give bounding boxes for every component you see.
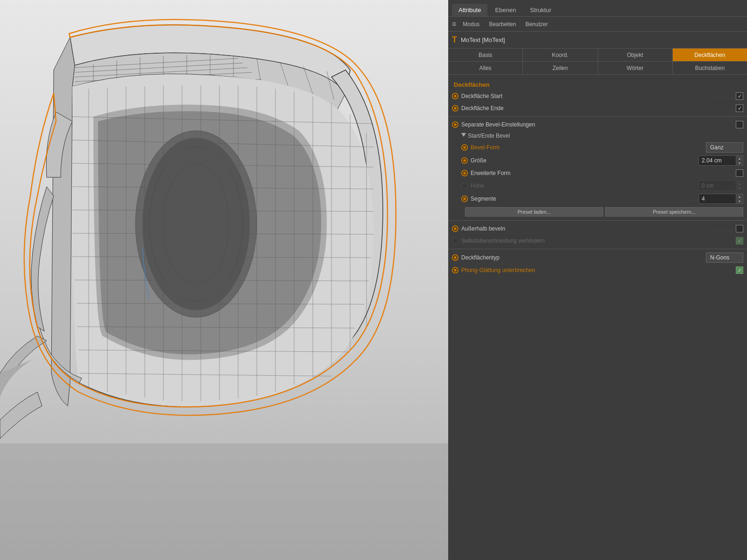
radio-deckflaeche-ende[interactable] bbox=[452, 105, 458, 112]
spinner-hoehe[interactable]: ▲ ▼ bbox=[736, 181, 743, 191]
dots-deckflaechentyp: ............... bbox=[670, 255, 704, 260]
tab-buchstaben[interactable]: Buchstaben bbox=[673, 62, 747, 74]
object-title: T MoText [MoText] bbox=[448, 32, 747, 49]
dots-deckflaeche-start: ........... bbox=[709, 94, 734, 99]
label-phong-glaettung: Phong-Glättung unterbrechen bbox=[461, 267, 726, 273]
preset-speichern-button[interactable]: Preset speichern... bbox=[605, 207, 743, 217]
prop-deckflaeche-ende: Deckfläche Ende ........... bbox=[448, 102, 747, 114]
3d-viewport[interactable] bbox=[0, 0, 448, 560]
spinner-up-groesse[interactable]: ▲ bbox=[736, 156, 743, 161]
tab-struktur[interactable]: Struktur bbox=[523, 4, 558, 16]
preset-laden-button[interactable]: Preset laden... bbox=[465, 207, 603, 217]
dots-segmente: ...... bbox=[683, 196, 697, 202]
radio-groesse[interactable] bbox=[461, 157, 468, 164]
input-groesse[interactable] bbox=[698, 155, 736, 166]
separator-2 bbox=[448, 220, 747, 221]
prop-groesse: Größe .......... ▲ ▼ bbox=[458, 154, 747, 167]
dropdown-deckflaechentyp[interactable]: N-Gons bbox=[706, 252, 743, 263]
tab-koord[interactable]: Koord. bbox=[523, 49, 598, 61]
label-ausserhalb-beveln: Außerhalb beveln bbox=[461, 225, 703, 232]
spinner-segmente[interactable]: ▲ ▼ bbox=[736, 194, 743, 204]
properties-panel: Deckflächen Deckfläche Start ...........… bbox=[448, 75, 747, 560]
radio-deckflaechentyp[interactable] bbox=[452, 254, 458, 261]
label-hoehe: Höhe bbox=[471, 182, 672, 189]
radio-erweiterte-form[interactable] bbox=[461, 170, 468, 176]
bevel-section-header: Start/Ende Bevel bbox=[448, 131, 747, 141]
input-segmente-container: ▲ ▼ bbox=[698, 194, 743, 204]
dots-phong-glaettung: ... bbox=[727, 268, 734, 273]
spinner-up-segmente[interactable]: ▲ bbox=[736, 194, 743, 199]
tab-basis[interactable]: Basis bbox=[448, 49, 523, 61]
dropdown-bevel-form[interactable]: Ganz bbox=[706, 142, 743, 153]
checkbox-deckflaeche-start[interactable] bbox=[736, 92, 743, 100]
input-segmente[interactable] bbox=[698, 194, 736, 204]
spinner-down-segmente[interactable]: ▼ bbox=[736, 199, 743, 203]
modus-button[interactable]: Modus bbox=[460, 20, 482, 28]
label-deckflaeche-start: Deckfläche Start bbox=[461, 93, 707, 99]
sub-tabs-row1: Basis Koord. Objekt Deckflächen bbox=[448, 49, 747, 62]
radio-hoehe[interactable] bbox=[461, 182, 468, 189]
tab-alles[interactable]: Alles bbox=[448, 62, 523, 74]
main-tabs: Attribute Ebenen Struktur bbox=[448, 0, 747, 17]
prop-bevel-form: Bevel-Form ...... Ganz bbox=[458, 141, 747, 154]
label-selbstueberschneidung: Selbstüberschneidung verhindern bbox=[461, 238, 736, 244]
bevel-section-label: Start/Ende Bevel bbox=[468, 133, 510, 139]
tab-deckflaechen[interactable]: Deckflächen bbox=[673, 49, 747, 61]
dots-hoehe: .......... bbox=[674, 183, 697, 189]
input-groesse-container: ▲ ▼ bbox=[698, 155, 743, 166]
checkbox-selbstueberschneidung[interactable] bbox=[736, 237, 743, 245]
radio-separate-bevel[interactable] bbox=[452, 121, 458, 128]
object-type-icon: T bbox=[452, 35, 457, 45]
label-groesse: Größe bbox=[471, 157, 672, 164]
input-hoehe-container: ▲ ▼ bbox=[698, 181, 743, 191]
tab-attribute[interactable]: Attribute bbox=[452, 4, 487, 16]
prop-ausserhalb-beveln: Außerhalb beveln ............. bbox=[448, 223, 747, 235]
label-bevel-form: Bevel-Form bbox=[471, 144, 689, 151]
separator-1 bbox=[448, 116, 747, 117]
toolbar: ≡ Modus Bearbeiten Benutzer bbox=[448, 17, 747, 32]
label-segmente: Segmente bbox=[471, 196, 681, 202]
checkbox-phong-glaettung[interactable] bbox=[736, 266, 743, 274]
tab-woerter[interactable]: Wörter bbox=[598, 62, 673, 74]
prop-hoehe: Höhe .......... ▲ ▼ bbox=[458, 179, 747, 192]
menu-icon[interactable]: ≡ bbox=[452, 20, 456, 28]
tab-zeilen[interactable]: Zeilen bbox=[523, 62, 598, 74]
checkbox-separate-bevel[interactable] bbox=[736, 121, 743, 128]
svg-point-19 bbox=[142, 138, 250, 310]
prop-erweiterte-form: Erweiterte Form bbox=[458, 167, 747, 179]
tab-ebenen[interactable]: Ebenen bbox=[488, 4, 522, 16]
svg-rect-1 bbox=[0, 443, 448, 560]
dots-ausserhalb-beveln: ............. bbox=[705, 226, 734, 231]
triangle-bevel[interactable] bbox=[461, 133, 466, 139]
dots-deckflaeche-ende: ........... bbox=[709, 106, 734, 111]
right-panel: Attribute Ebenen Struktur ≡ Modus Bearbe… bbox=[448, 0, 747, 560]
label-deckflaechentyp: Deckflächentyp bbox=[461, 254, 669, 261]
radio-deckflaeche-start[interactable] bbox=[452, 93, 458, 99]
prop-segmente: Segmente ...... ▲ ▼ bbox=[458, 192, 747, 205]
spinner-up-hoehe[interactable]: ▲ bbox=[736, 181, 743, 186]
bearbeiten-button[interactable]: Bearbeiten bbox=[486, 20, 519, 28]
spinner-groesse[interactable]: ▲ ▼ bbox=[736, 155, 743, 166]
checkbox-deckflaeche-ende[interactable] bbox=[736, 105, 743, 112]
dots-groesse: .......... bbox=[674, 158, 697, 163]
prop-deckflaechentyp: Deckflächentyp ............... N-Gons bbox=[448, 251, 747, 264]
radio-bevel-form[interactable] bbox=[461, 144, 468, 151]
radio-segmente[interactable] bbox=[461, 196, 468, 202]
object-name-label: MoText [MoText] bbox=[461, 36, 505, 43]
prop-phong-glaettung: Phong-Glättung unterbrechen ... bbox=[448, 264, 747, 276]
separator-3 bbox=[448, 249, 747, 249]
input-hoehe[interactable] bbox=[698, 181, 736, 191]
checkbox-erweiterte-form[interactable] bbox=[736, 169, 743, 177]
prop-deckflaeche-start: Deckfläche Start ........... bbox=[448, 90, 747, 102]
checkbox-ausserhalb-beveln[interactable] bbox=[736, 225, 743, 232]
label-erweiterte-form: Erweiterte Form bbox=[471, 170, 736, 176]
radio-ausserhalb-beveln[interactable] bbox=[452, 225, 458, 232]
prop-separate-bevel: Separate Bevel-Einstellungen bbox=[448, 119, 747, 131]
section-deckflaechen: Deckflächen bbox=[448, 78, 747, 90]
radio-phong-glaettung[interactable] bbox=[452, 267, 458, 273]
spinner-down-hoehe[interactable]: ▼ bbox=[736, 186, 743, 190]
tab-objekt[interactable]: Objekt bbox=[598, 49, 673, 61]
benutzer-button[interactable]: Benutzer bbox=[522, 20, 550, 28]
spinner-down-groesse[interactable]: ▼ bbox=[736, 161, 743, 165]
radio-selbstueberschneidung[interactable] bbox=[452, 238, 458, 244]
